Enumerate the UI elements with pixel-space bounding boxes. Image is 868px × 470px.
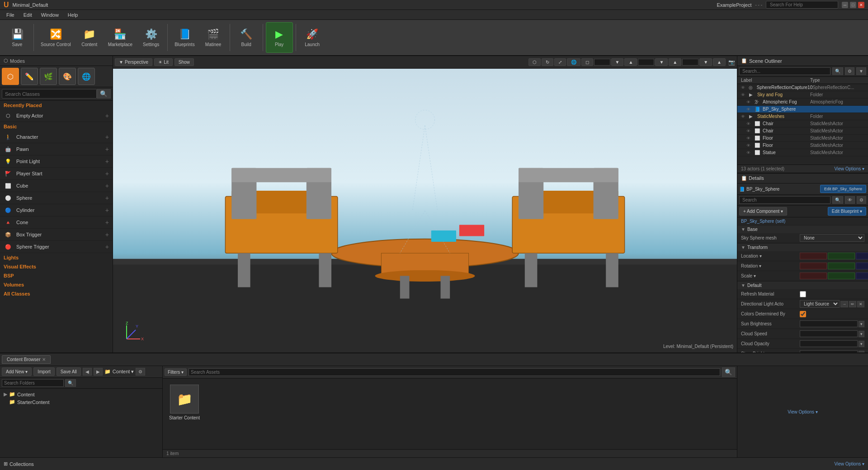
- actor-item-cylinder[interactable]: 🔵 Cylinder +: [0, 204, 113, 216]
- cloud-speed-expand[interactable]: ▾: [859, 331, 864, 337]
- mode-paint-button[interactable]: ✏️: [21, 68, 38, 85]
- assets-search-button[interactable]: 🔍: [722, 367, 735, 377]
- viewport-scale-down-button[interactable]: ▼: [699, 58, 712, 66]
- category-recently-placed[interactable]: Recently Placed: [0, 101, 113, 110]
- cloud-opacity-expand[interactable]: ▾: [859, 341, 864, 347]
- viewport-world-button[interactable]: 🌐: [567, 58, 580, 66]
- actor-item-sphere-trigger[interactable]: 🔴 Sphere Trigger +: [0, 241, 113, 253]
- rotation-y-input[interactable]: 0.0°: [828, 263, 855, 269]
- add-new-button[interactable]: Add New ▾: [2, 367, 32, 376]
- folder-item-content[interactable]: ▶ 📁 Content: [2, 390, 160, 398]
- search-classes-button[interactable]: 🔍: [97, 89, 111, 99]
- viewport[interactable]: X Z Y Level: Minimal_Default (Persistent…: [113, 69, 737, 352]
- collections-button[interactable]: ⊞ Collections: [4, 461, 34, 467]
- viewport-rotate-button[interactable]: ↻: [542, 58, 553, 66]
- menu-file[interactable]: File: [2, 11, 19, 19]
- category-basic[interactable]: Basic: [0, 122, 113, 131]
- details-edit-bp-button[interactable]: Edit BP_Sky_Sphere: [820, 185, 866, 193]
- save-all-button[interactable]: Save All: [57, 367, 81, 376]
- outliner-search-button[interactable]: 🔍: [832, 67, 843, 75]
- viewport-rotation-input[interactable]: 10°: [638, 59, 654, 66]
- viewport-scale-button[interactable]: ⤢: [554, 58, 566, 66]
- location-y-input[interactable]: 0.0 cm: [828, 253, 855, 259]
- outliner-settings-button[interactable]: ⚙: [845, 67, 854, 75]
- location-x-input[interactable]: 0.0 cm: [800, 253, 827, 259]
- matinee-button[interactable]: 🎬 Matinee: [200, 22, 227, 53]
- outliner-search-input[interactable]: [739, 67, 830, 75]
- outliner-item-floor-1[interactable]: 👁 ⬜ Floor StaticMeshActor: [737, 135, 868, 142]
- folder-nav-forward[interactable]: ▶: [94, 368, 103, 376]
- category-visual-effects[interactable]: Visual Effects: [0, 262, 113, 271]
- actor-item-sphere[interactable]: ⚪ Sphere +: [0, 192, 113, 204]
- details-section-default-header[interactable]: ▼ Default: [737, 282, 868, 289]
- viewport-scale-input[interactable]: 0.25: [682, 59, 698, 66]
- outliner-item-floor-2[interactable]: 👁 ⬜ Floor StaticMeshActor: [737, 142, 868, 149]
- category-all-classes[interactable]: All Classes: [0, 289, 113, 298]
- viewport-perspective-button[interactable]: ▼ Perspective: [115, 58, 152, 66]
- mode-landscape-button[interactable]: 🌿: [40, 68, 57, 85]
- colors-determined-checkbox[interactable]: [800, 311, 806, 317]
- actor-item-cube[interactable]: ⬜ Cube +: [0, 180, 113, 192]
- rotation-z-input[interactable]: 0.0°: [856, 263, 868, 269]
- actor-item-pawn[interactable]: 🤖 Pawn +: [0, 143, 113, 155]
- outliner-item-statue[interactable]: 👁 ⬜ Statue StaticMeshActor: [737, 149, 868, 156]
- outliner-item-bp-sky-sphere[interactable]: 👁 📘 BP_Sky_Sphere: [737, 106, 868, 113]
- marketplace-button[interactable]: 🏪 Marketplace: [104, 22, 137, 53]
- build-button[interactable]: 🔨 Build: [233, 22, 260, 53]
- details-add-component-button[interactable]: + Add Component ▾: [739, 207, 787, 216]
- viewport-grid-up-button[interactable]: ▲: [624, 58, 637, 66]
- directional-light-arrow-2[interactable]: ✏: [849, 301, 856, 307]
- actor-item-box-trigger[interactable]: 📦 Box Trigger +: [0, 229, 113, 241]
- actor-item-point-light[interactable]: 💡 Point Light +: [0, 155, 113, 168]
- menu-window[interactable]: Window: [37, 11, 63, 19]
- actor-item-empty-actor[interactable]: ⬡ Empty Actor +: [0, 110, 113, 122]
- bottom-bar-view-options[interactable]: View Options ▾: [834, 461, 864, 466]
- search-classes-input[interactable]: [2, 89, 97, 99]
- play-button[interactable]: ▶ Play: [266, 22, 293, 53]
- outliner-item-sky-fog[interactable]: 👁 ▶ Sky and Fog Folder: [737, 91, 868, 99]
- details-section-base-header[interactable]: ▼ Base: [737, 226, 868, 233]
- sun-brightness-expand[interactable]: ▾: [859, 321, 864, 327]
- details-search-button[interactable]: 🔍: [832, 196, 843, 204]
- folder-nav-settings[interactable]: ⚙: [136, 368, 145, 376]
- category-bsp[interactable]: BSP: [0, 271, 113, 280]
- content-browser-close-icon[interactable]: ✕: [42, 357, 46, 362]
- details-section-transform-header[interactable]: ▼ Transform: [737, 244, 868, 251]
- content-browser-tab[interactable]: Content Browser ✕: [2, 355, 51, 364]
- scale-y-input[interactable]: 1.0: [828, 273, 855, 279]
- details-settings-button[interactable]: ⚙: [857, 196, 866, 204]
- viewport-translate-button[interactable]: ⬡: [528, 58, 541, 66]
- outliner-item-chair-1[interactable]: 👁 ⬜ Chair StaticMeshActor: [737, 120, 868, 127]
- close-button[interactable]: ✕: [858, 2, 864, 8]
- refresh-material-checkbox[interactable]: [800, 291, 806, 297]
- bottom-view-options-button[interactable]: View Options ▾: [788, 409, 818, 414]
- actor-item-player-start[interactable]: 🚩 Player Start +: [0, 168, 113, 180]
- details-edit-blueprint-button[interactable]: Edit Blueprint ▾: [828, 207, 866, 216]
- viewport-scale-up-button[interactable]: ▲: [713, 58, 726, 66]
- viewport-surface-button[interactable]: ◻: [581, 58, 593, 66]
- viewport-rot-down-button[interactable]: ▼: [655, 58, 668, 66]
- mode-placement-button[interactable]: ⬡: [2, 68, 19, 85]
- sky-mesh-select[interactable]: None: [800, 234, 864, 242]
- rotation-x-input[interactable]: 0.0°: [800, 263, 827, 269]
- details-search-input[interactable]: [739, 196, 830, 204]
- outliner-item-atmospheric-fog[interactable]: 👁 🌫 Atmospheric Fog AtmosphericFog: [737, 99, 868, 106]
- details-filter-button[interactable]: 👁: [845, 196, 855, 204]
- assets-search-input[interactable]: [189, 368, 720, 376]
- asset-item-starter-content[interactable]: 📁 Starter Content: [166, 382, 203, 423]
- folder-item-starter-content[interactable]: 📁 StarterContent: [2, 398, 160, 406]
- location-z-input[interactable]: 0.0 cm: [856, 253, 868, 259]
- actor-item-character[interactable]: 🚶 Character +: [0, 131, 113, 143]
- directional-light-select[interactable]: Light Source: [800, 300, 840, 308]
- save-button[interactable]: 💾 Save: [4, 22, 31, 53]
- source-control-button[interactable]: 🔀 Source Control: [37, 22, 75, 53]
- outliner-item-sphere-reflection[interactable]: 👁 ◎ SphereReflectionCapture10 SphereRefl…: [737, 84, 868, 91]
- menu-help[interactable]: Help: [63, 11, 83, 19]
- folder-nav-back[interactable]: ◀: [83, 368, 92, 376]
- blueprints-button[interactable]: 📘 Blueprints: [170, 22, 198, 53]
- minimize-button[interactable]: ─: [842, 2, 848, 8]
- directional-light-arrow-1[interactable]: →: [840, 301, 848, 307]
- category-lights[interactable]: Lights: [0, 253, 113, 262]
- mode-foliage-button[interactable]: 🎨: [59, 68, 76, 85]
- launch-button[interactable]: 🚀 Launch: [299, 22, 326, 53]
